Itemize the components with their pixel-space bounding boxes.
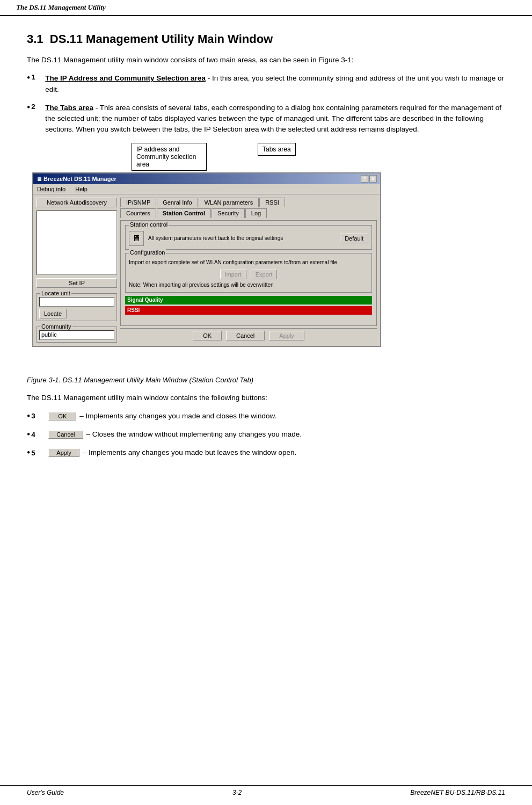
rssi-label: RSSI xyxy=(127,307,140,313)
community-label: Community xyxy=(40,323,72,330)
callout-tabs-text: Tabs area xyxy=(263,146,291,153)
bullet-num-1: 1 xyxy=(31,73,42,81)
bullet-num-2: 2 xyxy=(31,103,42,111)
config-text: Import or export complete set of WLAN co… xyxy=(129,259,368,266)
bullet-num-5: 5 xyxy=(31,449,42,457)
configuration-section: Configuration Import or export complete … xyxy=(125,253,372,293)
sim-titlebar: 🖥 BreezeNet DS.11 Manager ? ✕ xyxy=(33,173,380,184)
tab-security[interactable]: Security xyxy=(212,208,245,218)
sim-right-panel: IP/SNMP Genral Info WLAN parameters RSSI… xyxy=(120,198,377,343)
help-button[interactable]: ? xyxy=(361,175,368,183)
station-control-label: Station control xyxy=(129,221,169,228)
tab-stationcontrol[interactable]: Station Control xyxy=(157,208,211,218)
bullet-dot-2: • xyxy=(27,103,30,112)
bullet-label-1: The IP Address and Community Selection a… xyxy=(45,74,206,82)
ok-inline-button: OK xyxy=(48,412,76,420)
callout-tabs-box: Tabs area xyxy=(258,143,296,156)
import-button[interactable]: Import xyxy=(220,270,246,279)
header-title: The DS.11 Management Utility xyxy=(16,3,106,11)
section-title: 3.1 DS.11 Management Utility Main Window xyxy=(27,32,505,46)
body-text-2: The DS.11 Management utility main window… xyxy=(27,393,505,403)
tab-counters[interactable]: Counters xyxy=(120,208,156,218)
figure-caption: Figure 3-1. DS.11 Management Utility Mai… xyxy=(27,376,505,384)
bullet-text-2: The Tabs area - This area consists of se… xyxy=(45,103,505,135)
config-label: Configuration xyxy=(129,249,166,256)
diagram-area: IP address andCommunity selectionarea Ta… xyxy=(27,143,505,368)
setip-button[interactable]: Set IP xyxy=(37,278,117,288)
community-input[interactable]: public xyxy=(39,330,114,340)
footer-center: 3-2 xyxy=(232,789,242,796)
footer-left: User's Guide xyxy=(27,789,64,796)
bullet-text-3: – Implements any changes you made and cl… xyxy=(79,411,276,422)
cancel-inline-button: Cancel xyxy=(48,430,83,439)
bullet-text-1: The IP Address and Community Selection a… xyxy=(45,73,505,95)
config-note: Note: When importing all previous settin… xyxy=(129,281,368,289)
bullet-dot-1: • xyxy=(27,73,30,83)
signal-quality-bar: Signal Quality xyxy=(125,296,372,304)
station-control-text: All system parameters revert back to the… xyxy=(148,235,283,242)
tab-wlanparams[interactable]: WLAN parameters xyxy=(199,198,259,207)
bullet-item-4: • 4 Cancel – Closes the window without i… xyxy=(27,429,505,440)
sim-titlebar-buttons: ? ✕ xyxy=(361,175,377,183)
intro-text: The DS.11 Management utility main window… xyxy=(27,55,505,66)
tabs-row-1: IP/SNMP Genral Info WLAN parameters RSSI xyxy=(120,198,377,207)
tab-content: Station control 🖥 All system parameters … xyxy=(120,220,377,326)
locate-group: Locate unit Locate xyxy=(37,293,117,321)
bullet-rest-2: - This area consists of several tabs, ea… xyxy=(45,104,501,134)
device-list xyxy=(37,211,117,275)
callout-ip-text: IP address andCommunity selectionarea xyxy=(136,146,196,168)
bullet-dot-4: • xyxy=(27,430,30,439)
bullet-dot-3: • xyxy=(27,411,30,421)
sim-menubar: Debug info Help xyxy=(33,184,380,194)
tab-log[interactable]: Log xyxy=(245,208,267,218)
autodiscovery-button[interactable]: Network Autodiscovery xyxy=(37,198,117,207)
section-heading: DS.11 Management Utility Main Window xyxy=(50,32,273,46)
tab-ipsnmp[interactable]: IP/SNMP xyxy=(120,198,156,207)
bullet-dot-5: • xyxy=(27,448,30,458)
apply-inline-button: Apply xyxy=(48,448,79,457)
bullet-item-1: • 1 The IP Address and Community Selecti… xyxy=(27,73,505,95)
bullet-text-4: – Closes the window without implementing… xyxy=(86,429,302,440)
bullet-text-5: – Implements any changes you made but le… xyxy=(83,447,297,458)
page-header: The DS.11 Management Utility xyxy=(0,0,532,16)
rssi-bar: RSSI xyxy=(125,306,372,315)
cancel-button[interactable]: Cancel xyxy=(226,331,265,340)
signal-quality-label: Signal Quality xyxy=(127,297,163,303)
close-button[interactable]: ✕ xyxy=(369,175,377,183)
tabs-row-2: Counters Station Control Security Log xyxy=(120,208,377,218)
default-button[interactable]: Default xyxy=(340,234,368,243)
station-icon: 🖥 xyxy=(129,231,144,246)
footer-right: BreezeNET BU-DS.11/RB-DS.11 xyxy=(410,789,505,796)
sim-bottom-bar: OK Cancel Apply xyxy=(120,328,377,343)
section-number: 3.1 xyxy=(27,32,43,46)
sim-window-title: 🖥 BreezeNet DS.11 Manager xyxy=(37,176,116,182)
sim-left-panel: Network Autodiscovery Set IP Locate unit… xyxy=(37,198,117,343)
locate-label: Locate unit xyxy=(40,290,71,296)
tab-rssi[interactable]: RSSI xyxy=(259,198,285,207)
locate-input[interactable] xyxy=(39,297,114,307)
bullet-item-2: • 2 The Tabs area - This area consists o… xyxy=(27,103,505,135)
menu-debug[interactable]: Debug info xyxy=(35,185,67,193)
ok-button[interactable]: OK xyxy=(193,331,222,340)
bullet-item-5: • 5 Apply – Implements any changes you m… xyxy=(27,447,505,458)
bullet-num-3: 3 xyxy=(31,412,42,420)
sim-body: Network Autodiscovery Set IP Locate unit… xyxy=(33,194,380,346)
station-control-row: 🖥 All system parameters revert back to t… xyxy=(129,231,368,246)
tab-genralinfo[interactable]: Genral Info xyxy=(157,198,198,207)
callout-ip-box: IP address andCommunity selectionarea xyxy=(132,143,207,171)
station-control-section: Station control 🖥 All system parameters … xyxy=(125,225,372,250)
bullet-item-3: • 3 OK – Implements any changes you made… xyxy=(27,411,505,422)
bullet-num-4: 4 xyxy=(31,431,42,439)
export-button[interactable]: Export xyxy=(251,270,278,279)
menu-help[interactable]: Help xyxy=(74,185,89,193)
locate-button[interactable]: Locate xyxy=(39,309,67,318)
page-content: 3.1 DS.11 Management Utility Main Window… xyxy=(0,16,532,477)
community-group: Community public xyxy=(37,327,117,343)
apply-button[interactable]: Apply xyxy=(269,331,304,340)
bullet-label-2: The Tabs area xyxy=(45,104,93,112)
page-footer: User's Guide 3-2 BreezeNET BU-DS.11/RB-D… xyxy=(0,785,532,800)
sim-window: 🖥 BreezeNet DS.11 Manager ? ✕ Debug info… xyxy=(32,172,381,347)
